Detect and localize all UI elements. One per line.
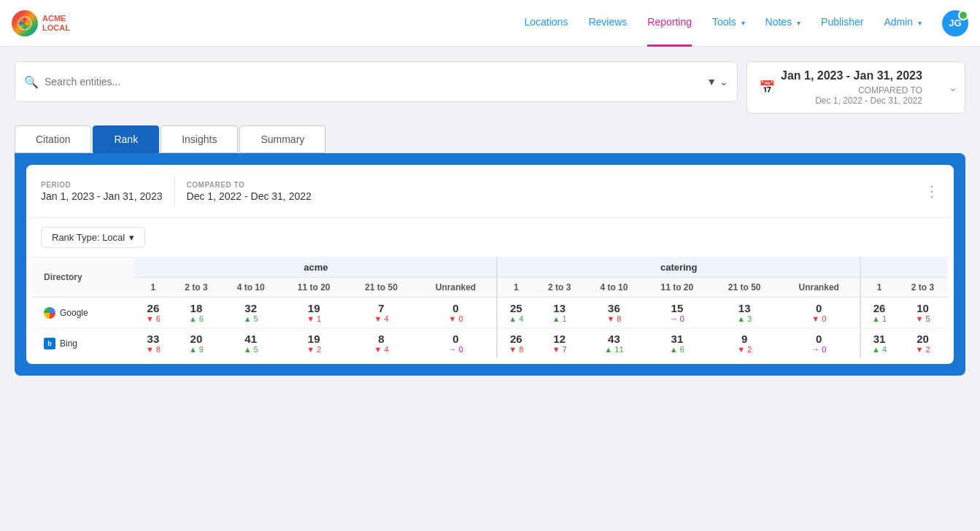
nav-link-tools[interactable]: Tools ▾ — [712, 16, 745, 31]
bing-acme-2to3: 20▲ 9 — [171, 328, 222, 359]
google-extra-2to3-delta: ▼ 5 — [900, 314, 945, 323]
compared-to-label: COMPARED TO — [187, 181, 312, 189]
date-range-picker[interactable]: 📅 Jan 1, 2023 - Jan 31, 2023 COMPARED TO… — [746, 61, 965, 114]
filter-button[interactable]: ▼ ⌄ — [706, 76, 728, 88]
period-block: PERIOD Jan 1, 2023 - Jan 31, 2023 — [41, 181, 163, 202]
google-acme-1: 26▼ 6 — [135, 298, 171, 328]
table-row: b Bing 33▼ 8 20▲ 9 41▲ 5 19▼ 2 8▼ 4 0→ 0 — [32, 328, 948, 359]
bing-label: Bing — [60, 338, 77, 349]
nav-link-locations[interactable]: Locations — [524, 16, 568, 31]
google-label: Google — [60, 308, 88, 318]
period-divider — [174, 177, 175, 206]
search-input[interactable] — [45, 76, 706, 88]
bing-acme-unranked-delta: → 0 — [418, 345, 494, 354]
logo-svg — [18, 16, 32, 31]
logo-icon — [12, 10, 38, 36]
bing-catering-4to10: 43▲ 11 — [584, 328, 644, 359]
bing-catering-4to10-delta: ▲ 11 — [587, 345, 641, 354]
acme-col-21to50: 21 to 50 — [347, 278, 414, 298]
bing-acme-11to20: 19▼ 2 — [280, 328, 347, 359]
tab-rank[interactable]: Rank — [93, 125, 159, 153]
period-label: PERIOD — [41, 181, 163, 189]
nav-link-reviews[interactable]: Reviews — [588, 16, 627, 31]
tab-summary[interactable]: Summary — [239, 125, 325, 153]
google-extra-1: 26▲ 1 — [860, 298, 898, 328]
bing-dir-inner: b Bing — [44, 338, 132, 349]
tab-citation[interactable]: Citation — [15, 125, 91, 153]
date-range-inner: 📅 Jan 1, 2023 - Jan 31, 2023 COMPARED TO… — [759, 69, 953, 106]
main-content: 🔍 ▼ ⌄ 📅 Jan 1, 2023 - Jan 31, 2023 COMPA… — [0, 47, 980, 390]
bing-extra-2to3-delta: ▼ 2 — [900, 345, 945, 354]
compared-to-block: COMPARED TO Dec 1, 2022 - Dec 31, 2022 — [187, 181, 312, 202]
bing-extra-2to3: 20▼ 2 — [898, 328, 948, 359]
google-acme-11to20: 19▼ 1 — [280, 298, 347, 328]
google-extra-1-delta: ▲ 1 — [864, 314, 895, 323]
filter-icon: ▼ — [706, 76, 717, 88]
rank-type-label: Rank Type: Local — [52, 232, 125, 243]
bing-acme-21to50: 8▼ 4 — [347, 328, 414, 359]
rank-table-wrapper: Directory acme catering 1 2 to 3 4 to 10… — [26, 257, 954, 364]
acme-col-4to10: 4 to 10 — [221, 278, 280, 298]
google-acme-21to50: 7▼ 4 — [347, 298, 414, 328]
compared-to-value: Dec 1, 2022 - Dec 31, 2022 — [187, 190, 312, 202]
tools-arrow: ▾ — [741, 19, 745, 27]
google-catering-2to3-delta: ▲ 1 — [537, 314, 582, 323]
google-catering-unranked-delta: ▼ 0 — [781, 314, 857, 323]
catering-col-2to3: 2 to 3 — [534, 278, 584, 298]
admin-arrow: ▾ — [918, 19, 922, 27]
logo[interactable]: ACME LOCAL — [12, 10, 70, 36]
search-date-row: 🔍 ▼ ⌄ 📅 Jan 1, 2023 - Jan 31, 2023 COMPA… — [15, 61, 965, 114]
bing-extra-1: 31▲ 4 — [860, 328, 898, 359]
bing-acme-21to50-delta: ▼ 4 — [350, 345, 412, 354]
bing-catering-unranked: 0→ 0 — [778, 328, 860, 359]
date-chevron-icon: ⌄ — [949, 82, 957, 93]
date-main: Jan 1, 2023 - Jan 31, 2023 — [781, 69, 922, 82]
google-dir-cell: Google — [32, 298, 135, 328]
date-range-values: Jan 1, 2023 - Jan 31, 2023 COMPARED TO D… — [781, 69, 922, 106]
google-catering-1-delta: ▲ 4 — [501, 314, 531, 323]
calendar-icon: 📅 — [759, 80, 775, 96]
more-options-button[interactable]: ⋮ — [925, 182, 939, 200]
rank-type-dropdown[interactable]: Rank Type: Local ▾ — [41, 227, 145, 248]
acme-col-unranked: Unranked — [415, 278, 498, 298]
bing-acme-4to10: 41▲ 5 — [221, 328, 280, 359]
bing-acme-unranked: 0→ 0 — [415, 328, 498, 359]
extra-col-1: 1 — [860, 278, 898, 298]
catering-col-21to50: 21 to 50 — [711, 278, 778, 298]
acme-col-1: 1 — [135, 278, 171, 298]
top-navigation: ACME LOCAL Locations Reviews Reporting T… — [0, 0, 980, 47]
google-icon — [44, 307, 55, 319]
rank-type-arrow: ▾ — [129, 232, 134, 243]
nav-link-reporting[interactable]: Reporting — [647, 16, 692, 31]
extra-keyword-header — [860, 257, 948, 278]
period-value: Jan 1, 2023 - Jan 31, 2023 — [41, 190, 163, 202]
tab-insights[interactable]: Insights — [161, 125, 238, 153]
google-catering-21to50: 13▲ 3 — [711, 298, 778, 328]
bing-acme-11to20-delta: ▼ 2 — [283, 345, 344, 354]
google-acme-11to20-delta: ▼ 1 — [283, 314, 344, 323]
table-row: Google 26▼ 6 18▲ 6 32▲ 5 19▼ 1 7▼ 4 0▼ 0 — [32, 298, 948, 328]
bing-acme-1: 33▼ 8 — [135, 328, 171, 359]
bing-acme-4to10-delta: ▲ 5 — [224, 345, 277, 354]
bing-dir-cell: b Bing — [32, 328, 135, 359]
google-catering-2to3: 13▲ 1 — [534, 298, 584, 328]
tabs-bar: Citation Rank Insights Summary — [15, 125, 965, 153]
google-dir-inner: Google — [44, 307, 132, 319]
nav-link-notes[interactable]: Notes ▾ — [765, 16, 800, 31]
bing-catering-2to3-delta: ▼ 7 — [537, 345, 582, 354]
extra-col-2to3: 2 to 3 — [898, 278, 948, 298]
google-catering-11to20-delta: → 0 — [647, 314, 708, 323]
google-catering-4to10-delta: ▼ 8 — [587, 314, 641, 323]
nav-link-admin[interactable]: Admin ▾ — [884, 16, 922, 31]
directory-col-header: Directory — [32, 257, 135, 298]
user-avatar[interactable]: JG — [942, 10, 968, 36]
rank-type-row: Rank Type: Local ▾ — [26, 218, 954, 257]
catering-col-1: 1 — [497, 278, 534, 298]
acme-col-11to20: 11 to 20 — [280, 278, 347, 298]
catering-col-unranked: Unranked — [778, 278, 860, 298]
logo-text: ACME LOCAL — [42, 14, 70, 31]
google-acme-unranked: 0▼ 0 — [415, 298, 498, 328]
bing-catering-unranked-delta: → 0 — [781, 345, 857, 354]
google-catering-21to50-delta: ▲ 3 — [714, 314, 775, 323]
nav-link-publisher[interactable]: Publisher — [821, 16, 863, 31]
